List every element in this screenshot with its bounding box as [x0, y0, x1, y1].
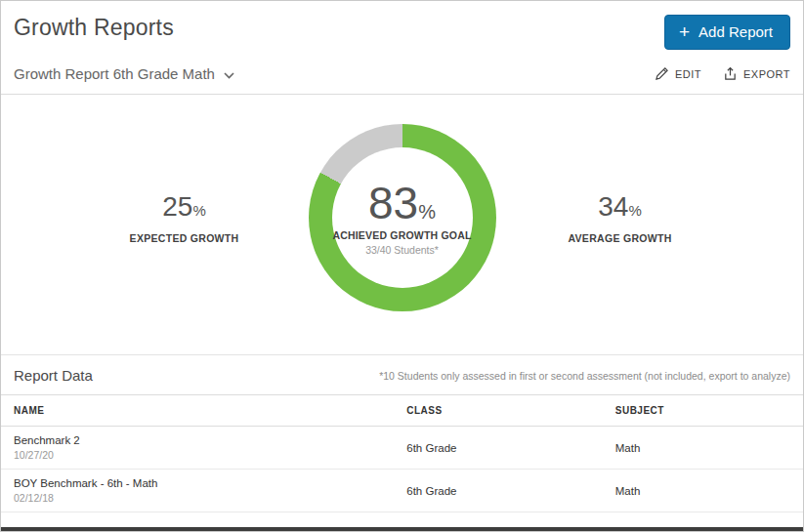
report-selector-dropdown[interactable]: Growth Report 6th Grade Math [14, 65, 234, 82]
report-class: 6th Grade [394, 427, 602, 470]
section-title: Report Data [14, 367, 93, 384]
growth-reports-page: Growth Reports + Add Report Growth Repor… [0, 0, 804, 532]
average-growth-label: AVERAGE GROWTH [547, 232, 694, 244]
add-report-label: Add Report [698, 23, 773, 40]
growth-chart-area: 25% EXPECTED GROWTH 83% ACHIEVED GROWTH … [1, 95, 803, 354]
average-growth-stat: 34% AVERAGE GROWTH [547, 191, 694, 244]
expected-growth-label: EXPECTED GROWTH [111, 232, 258, 244]
table-header-row: NAME CLASS SUBJECT [1, 395, 803, 427]
report-selector-label: Growth Report 6th Grade Math [14, 65, 215, 82]
page-header: Growth Reports + Add Report [1, 1, 803, 50]
column-header-name: NAME [1, 395, 394, 427]
table-row[interactable]: BOY Benchmark - 6th - Math 02/12/18 6th … [1, 470, 803, 512]
assessment-note: *10 Students only assessed in first or s… [379, 370, 790, 382]
chevron-down-icon [224, 65, 234, 82]
add-report-button[interactable]: + Add Report [664, 15, 790, 50]
bottom-edge [1, 527, 803, 531]
expected-growth-stat: 25% EXPECTED GROWTH [111, 191, 258, 244]
report-date: 10/27/20 [14, 449, 381, 461]
achieved-growth-label: ACHIEVED GROWTH GOAL [332, 229, 471, 241]
expected-growth-value: 25% [111, 191, 258, 223]
plus-icon: + [679, 24, 690, 39]
report-toolbar: Growth Report 6th Grade Math EDIT EXPORT [1, 50, 803, 95]
page-title: Growth Reports [14, 15, 174, 41]
report-table: NAME CLASS SUBJECT Benchmark 2 10/27/20 … [1, 394, 803, 512]
edit-button[interactable]: EDIT [655, 66, 701, 81]
column-header-class: CLASS [394, 395, 602, 427]
report-data-header: Report Data *10 Students only assessed i… [1, 354, 803, 394]
table-row[interactable]: Benchmark 2 10/27/20 6th Grade Math [1, 427, 803, 470]
pencil-icon [655, 66, 669, 81]
achieved-growth-sublabel: 33/40 Students* [365, 244, 439, 256]
report-name[interactable]: BOY Benchmark - 6th - Math [14, 477, 381, 489]
report-date: 02/12/18 [14, 492, 381, 504]
report-subject: Math [603, 427, 803, 470]
donut-center: 83% ACHIEVED GROWTH GOAL 33/40 Students* [332, 147, 473, 288]
achieved-growth-value: 83% [368, 181, 436, 225]
edit-label: EDIT [675, 68, 701, 80]
export-label: EXPORT [743, 68, 790, 80]
report-subject: Math [603, 470, 803, 512]
growth-donut-chart: 83% ACHIEVED GROWTH GOAL 33/40 Students* [309, 124, 496, 311]
column-header-subject: SUBJECT [603, 395, 803, 427]
export-button[interactable]: EXPORT [723, 66, 790, 81]
toolbar-actions: EDIT EXPORT [655, 66, 790, 81]
report-class: 6th Grade [394, 470, 602, 512]
export-icon [723, 66, 738, 81]
average-growth-value: 34% [547, 191, 694, 223]
report-name[interactable]: Benchmark 2 [14, 434, 381, 446]
